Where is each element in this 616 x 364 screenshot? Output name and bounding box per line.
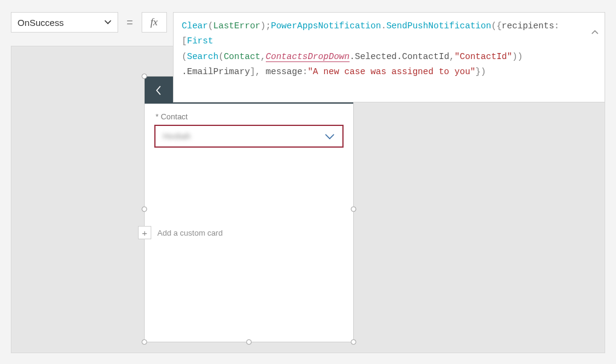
- token-string: "A new case was assigned to you": [307, 67, 475, 77]
- token-string: "ContactId": [454, 52, 512, 61]
- token-punc: ({: [491, 21, 501, 31]
- token-punc: (: [182, 52, 187, 61]
- resize-handle[interactable]: [142, 339, 147, 345]
- token-prop: .Selected.ContactId: [350, 52, 449, 61]
- token-fn: SendPushNotification: [386, 21, 491, 31]
- equals-sign: =: [124, 12, 136, 33]
- token-highlight: ContactsDropDown: [266, 52, 350, 62]
- collapse-caret-icon[interactable]: [591, 27, 599, 40]
- chevron-down-icon: [104, 18, 112, 27]
- token-punc: (: [208, 21, 213, 31]
- token-prop: message: [266, 67, 303, 77]
- dropdown-selected-value: Hoobah: [163, 131, 190, 141]
- plus-icon: +: [138, 226, 151, 239]
- token-punc: )): [512, 52, 523, 61]
- token-fn: Search: [187, 52, 218, 61]
- fx-label: fx: [150, 16, 157, 28]
- form-control[interactable]: * Contact Hoobah + Add a custom card: [144, 76, 354, 342]
- token-fn: Clear: [182, 21, 209, 31]
- contact-card-label: * Contact: [145, 104, 353, 125]
- token-punc: ],: [250, 67, 266, 77]
- token-prop: recipients: [501, 21, 554, 31]
- token-fn: First: [187, 36, 213, 46]
- token-punc: ,: [449, 52, 454, 61]
- contacts-dropdown[interactable]: Hoobah: [154, 125, 344, 148]
- resize-handle[interactable]: [351, 339, 356, 345]
- fx-button[interactable]: fx: [142, 12, 167, 33]
- token-punc: .: [381, 21, 386, 31]
- token-prop: .EmailPrimary: [182, 67, 250, 77]
- resize-handle[interactable]: [247, 339, 252, 345]
- property-selector[interactable]: OnSuccess: [11, 12, 118, 33]
- token-punc: ,: [260, 52, 266, 61]
- token-punc: );: [260, 21, 271, 31]
- token-punc: }): [476, 67, 486, 77]
- token-fn: PowerAppsNotification: [271, 21, 381, 31]
- token-var: Contact: [224, 52, 260, 61]
- resize-handle[interactable]: [142, 207, 147, 212]
- resize-handle[interactable]: [351, 207, 356, 212]
- add-custom-card-label: Add a custom card: [157, 228, 222, 237]
- formula-bar-input[interactable]: Clear(LastError);PowerAppsNotification.S…: [173, 12, 605, 102]
- token-var: LastError: [213, 21, 260, 31]
- token-punc: (: [218, 52, 224, 61]
- chevron-down-icon: [324, 131, 335, 142]
- add-custom-card-button[interactable]: + Add a custom card: [145, 226, 353, 239]
- property-selector-label: OnSuccess: [17, 17, 64, 28]
